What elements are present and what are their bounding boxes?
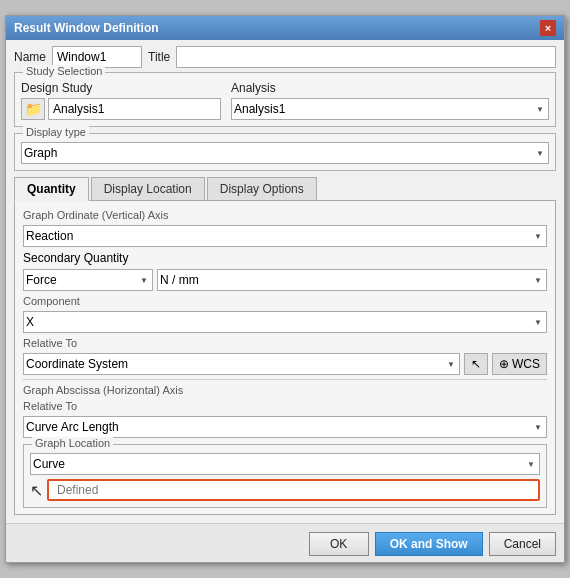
cursor-button[interactable]: ↖ bbox=[464, 353, 488, 375]
unit-select[interactable]: N / mm bbox=[157, 269, 547, 291]
study-selection-section: Study Selection Design Study 📁 Analysis … bbox=[14, 72, 556, 127]
dialog-body: Name Title Study Selection Design Study … bbox=[6, 40, 564, 523]
display-type-select[interactable]: Graph bbox=[21, 142, 549, 164]
design-study-input-row: 📁 bbox=[21, 98, 221, 120]
display-type-content: Graph bbox=[21, 142, 549, 164]
tabs-container: Quantity Display Location Display Option… bbox=[14, 177, 556, 515]
relative-to-select[interactable]: Coordinate System bbox=[23, 353, 460, 375]
tab-display-options[interactable]: Display Options bbox=[207, 177, 317, 200]
graph-ordinate-label: Graph Ordinate (Vertical) Axis bbox=[23, 209, 547, 221]
study-selection-label: Study Selection bbox=[23, 65, 105, 77]
tab-display-location[interactable]: Display Location bbox=[91, 177, 205, 200]
graph-location-section: Graph Location Curve ↖ Defined bbox=[23, 444, 547, 508]
wcs-button[interactable]: ⊕ WCS bbox=[492, 353, 547, 375]
secondary-quantity-select[interactable]: Force bbox=[23, 269, 153, 291]
title-input[interactable] bbox=[176, 46, 556, 68]
curve-defined-row: ↖ Defined bbox=[30, 479, 540, 501]
folder-button[interactable]: 📁 bbox=[21, 98, 45, 120]
curve-select-row: Curve bbox=[30, 453, 540, 475]
name-label: Name bbox=[14, 50, 46, 64]
abscissa-select-wrapper: Curve Arc Length bbox=[23, 416, 547, 438]
graph-abscissa-label: Graph Abscissa (Horizontal) Axis bbox=[23, 379, 547, 396]
ordinate-select[interactable]: Reaction bbox=[23, 225, 547, 247]
analysis-select-wrapper: Analysis1 bbox=[231, 98, 549, 120]
dialog-title-text: Result Window Definition bbox=[14, 21, 159, 35]
analysis-label: Analysis bbox=[231, 81, 549, 95]
tabs-row: Quantity Display Location Display Option… bbox=[14, 177, 556, 201]
secondary-quantity-label: Secondary Quantity bbox=[23, 251, 547, 265]
relative-to-input-row: Coordinate System ↖ ⊕ WCS bbox=[23, 353, 547, 375]
tab-quantity[interactable]: Quantity bbox=[14, 177, 89, 201]
close-button[interactable]: × bbox=[540, 20, 556, 36]
ordinate-field-row: Reaction bbox=[23, 225, 547, 247]
ok-show-button[interactable]: OK and Show bbox=[375, 532, 483, 556]
curve-select-wrapper: Curve bbox=[30, 453, 540, 475]
curve-select[interactable]: Curve bbox=[30, 453, 540, 475]
component-label: Component bbox=[23, 295, 547, 307]
analysis-col: Analysis Analysis1 bbox=[231, 81, 549, 120]
component-select[interactable]: X bbox=[23, 311, 547, 333]
cursor-icon: ↖ bbox=[471, 357, 481, 371]
relative-to-ordinate-label: Relative To bbox=[23, 337, 547, 349]
design-study-col: Design Study 📁 bbox=[21, 81, 221, 120]
tab-content-quantity: Graph Ordinate (Vertical) Axis Reaction … bbox=[14, 201, 556, 515]
secondary-select-wrapper: Force bbox=[23, 269, 153, 291]
abscissa-relative-to-row: Relative To Curve Arc Length bbox=[23, 400, 547, 438]
study-selection-content: Design Study 📁 Analysis Analysis1 bbox=[21, 81, 549, 120]
display-type-select-wrapper: Graph bbox=[21, 142, 549, 164]
abscissa-relative-to-label: Relative To bbox=[23, 400, 547, 412]
design-study-input[interactable] bbox=[48, 98, 221, 120]
defined-box: Defined bbox=[47, 479, 540, 501]
relative-to-select-wrapper: Coordinate System bbox=[23, 353, 460, 375]
analysis-select[interactable]: Analysis1 bbox=[231, 98, 549, 120]
wcs-icon: ⊕ bbox=[499, 357, 509, 371]
relative-to-ordinate-row: Relative To Coordinate System ↖ ⊕ WC bbox=[23, 337, 547, 375]
ordinate-select-wrapper: Reaction bbox=[23, 225, 547, 247]
component-select-wrapper: X bbox=[23, 311, 547, 333]
title-label: Title bbox=[148, 50, 170, 64]
graph-location-label: Graph Location bbox=[32, 437, 113, 449]
defined-text: Defined bbox=[57, 483, 98, 497]
dialog-title-bar: Result Window Definition × bbox=[6, 16, 564, 40]
secondary-quantity-row: Force N / mm bbox=[23, 269, 547, 291]
wcs-label: WCS bbox=[512, 357, 540, 371]
component-field-row: Component X bbox=[23, 295, 547, 333]
display-type-label: Display type bbox=[23, 126, 89, 138]
design-study-label: Design Study bbox=[21, 81, 221, 95]
ok-button[interactable]: OK bbox=[309, 532, 369, 556]
abscissa-select[interactable]: Curve Arc Length bbox=[23, 416, 547, 438]
cancel-button[interactable]: Cancel bbox=[489, 532, 556, 556]
bottom-buttons: OK OK and Show Cancel bbox=[6, 523, 564, 562]
display-type-section: Display type Graph bbox=[14, 133, 556, 171]
unit-select-wrapper: N / mm bbox=[157, 269, 547, 291]
result-window-definition-dialog: Result Window Definition × Name Title St… bbox=[5, 15, 565, 563]
cursor-pointer-icon: ↖ bbox=[30, 481, 43, 500]
